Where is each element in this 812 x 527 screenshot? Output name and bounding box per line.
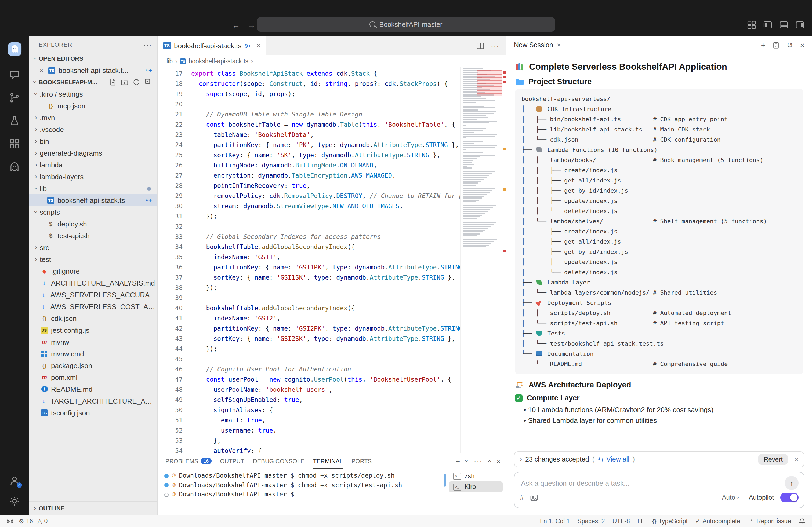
minimap[interactable] xyxy=(460,67,503,453)
code-line-46[interactable]: 46 // Cognito User Pool for Authenticati… xyxy=(158,364,461,375)
refresh-icon[interactable] xyxy=(133,78,140,86)
extensions-icon[interactable] xyxy=(9,138,20,150)
code-line-33[interactable]: 33 // Global Secondary Indexes for acces… xyxy=(158,232,461,242)
new-session-icon[interactable]: + xyxy=(761,41,765,49)
spec-flask-icon[interactable] xyxy=(9,115,20,127)
split-editor-icon[interactable] xyxy=(476,42,484,50)
code-line-18[interactable]: 18 constructor(scope: Construct, id: str… xyxy=(158,79,461,89)
terminal-scrollbar[interactable] xyxy=(444,474,446,487)
chat-session-tab[interactable]: New Session × xyxy=(514,41,561,49)
tree-item-test-api-sh[interactable]: $test-api.sh xyxy=(29,230,157,241)
close-session-icon[interactable]: × xyxy=(557,41,561,49)
terminal-process-zsh[interactable]: >_zsh xyxy=(449,471,503,481)
code-line-43[interactable]: 43 sortKey: { name: 'GSI2SK', type: dyna… xyxy=(158,334,461,344)
maximize-panel-icon[interactable]: › xyxy=(486,460,493,462)
tree-item-bin[interactable]: ›bin xyxy=(29,135,157,147)
open-editors-header[interactable]: › OPEN EDITORS xyxy=(29,52,157,64)
command-center-search[interactable]: BookshelfAPI-master xyxy=(257,17,555,32)
notifications-bell-icon[interactable] xyxy=(799,517,806,525)
code-line-23[interactable]: 23 tableName: 'BookshelfData', xyxy=(158,130,461,140)
send-icon[interactable]: ↑ xyxy=(785,476,799,490)
tree-item-package-json[interactable]: {}package.json xyxy=(29,360,157,371)
code-line-32[interactable]: 32 xyxy=(158,222,461,232)
tree-item-test[interactable]: ›test xyxy=(29,253,157,265)
code-line-38[interactable]: 38 }); xyxy=(158,283,461,293)
tree-item-lambda-layers[interactable]: ›lambda-layers xyxy=(29,171,157,182)
code-line-22[interactable]: 22 const bookshelfTable = new dynamodb.T… xyxy=(158,120,461,130)
tree-item-aws-serverless-accurate[interactable]: ↓AWS_SERVERLESS_ACCURATE_... xyxy=(29,289,157,301)
code-line-41[interactable]: 41 indexName: 'GSI2', xyxy=(158,313,461,323)
tree-item-lib[interactable]: ›lib xyxy=(29,182,157,194)
tree-item-kiro-settings[interactable]: ›.kiro / settings xyxy=(29,88,157,100)
tree-item-cdk-json[interactable]: {}cdk.json xyxy=(29,312,157,324)
code-line-44[interactable]: 44 }); xyxy=(158,344,461,354)
code-line-49[interactable]: 49 selfSignUpEnabled: true, xyxy=(158,395,461,405)
code-line-25[interactable]: 25 sortKey: { name: 'SK', type: dynamodb… xyxy=(158,150,461,161)
tree-item-src[interactable]: ›src xyxy=(29,241,157,253)
autocomplete-status[interactable]: ✓Autocomplete xyxy=(695,517,740,525)
code-line-34[interactable]: 34 bookshelfTable.addGlobalSecondaryInde… xyxy=(158,242,461,252)
code-line-26[interactable]: 26 billingMode: dynamodb.BillingMode.ON_… xyxy=(158,161,461,171)
attach-image-icon[interactable] xyxy=(530,494,538,501)
close-panel-icon[interactable]: × xyxy=(496,457,501,465)
code-line-52[interactable]: 52 username: true, xyxy=(158,425,461,436)
code-line-19[interactable]: 19 super(scope, id, props); xyxy=(158,89,461,99)
chat-icon[interactable] xyxy=(9,69,20,80)
tree-item-mvn[interactable]: ›.mvn xyxy=(29,111,157,123)
code-line-47[interactable]: 47 const userPool = new cognito.UserPool… xyxy=(158,375,461,385)
code-line-31[interactable]: 31 }); xyxy=(158,211,461,222)
code-line-39[interactable]: 39 xyxy=(158,293,461,303)
close-chat-icon[interactable]: × xyxy=(800,41,804,49)
kiro-logo-icon[interactable] xyxy=(7,42,22,56)
panel-tab-debug-console[interactable]: DEBUG CONSOLE xyxy=(253,453,305,468)
code-line-28[interactable]: 28 pointInTimeRecovery: true, xyxy=(158,181,461,191)
code-line-30[interactable]: 30 stream: dynamodb.StreamViewType.NEW_A… xyxy=(158,201,461,211)
tree-item-jest-config-js[interactable]: JSjest.config.js xyxy=(29,324,157,336)
terminal[interactable]: ☺Downloads/BookshelfAPI-master $ chmod +… xyxy=(158,468,506,515)
history-icon[interactable]: ↺ xyxy=(787,41,793,49)
tree-item-mvnw-cmd[interactable]: mvnw.cmd xyxy=(29,348,157,360)
tree-item-deploy-sh[interactable]: $deploy.sh xyxy=(29,218,157,230)
code-line-20[interactable]: 20 xyxy=(158,99,461,109)
cursor-position[interactable]: Ln 1, Col 1 xyxy=(540,518,570,524)
customize-layout-icon[interactable] xyxy=(747,20,756,30)
account-icon[interactable]: ✓ xyxy=(9,475,20,487)
code-line-29[interactable]: 29 removalPolicy: cdk.RemovalPolicy.DEST… xyxy=(158,191,461,201)
language-mode[interactable]: {}TypeScript xyxy=(652,518,688,524)
tree-item-pom-xml[interactable]: mpom.xml xyxy=(29,371,157,383)
chat-input[interactable] xyxy=(520,479,780,487)
toggle-secondary-sidebar-icon[interactable] xyxy=(795,20,804,30)
context-hash-icon[interactable]: # xyxy=(520,494,524,501)
tree-item-scripts[interactable]: ›scripts xyxy=(29,206,157,218)
tree-item-vscode[interactable]: ›.vscode xyxy=(29,123,157,135)
tree-item-generated-diagrams[interactable]: ›generated-diagrams xyxy=(29,147,157,159)
revert-button[interactable]: Revert xyxy=(758,454,788,465)
code-line-53[interactable]: 53 }, xyxy=(158,436,461,446)
code-line-24[interactable]: 24 partitionKey: { name: 'PK', type: dyn… xyxy=(158,140,461,150)
close-editor-icon[interactable]: × xyxy=(40,67,47,74)
toggle-sidebar-icon[interactable] xyxy=(763,20,772,30)
toggle-panel-icon[interactable] xyxy=(779,20,788,30)
forward-button[interactable]: → xyxy=(248,20,256,30)
code-line-17[interactable]: 17export class BookshelfApiStack extends… xyxy=(158,69,461,79)
code-line-36[interactable]: 36 partitionKey: { name: 'GSI1PK', type:… xyxy=(158,262,461,273)
code-line-35[interactable]: 35 indexName: 'GSI1', xyxy=(158,252,461,262)
tree-item-lambda[interactable]: ›lambda xyxy=(29,159,157,171)
new-folder-icon[interactable] xyxy=(121,78,128,86)
tree-item-mvnw[interactable]: mmvnw xyxy=(29,336,157,348)
tab-bookshelf-api-stack[interactable]: TS bookshelf-api-stack.ts 9+ × xyxy=(158,36,266,55)
autopilot-toggle[interactable] xyxy=(780,493,799,502)
collapse-all-icon[interactable] xyxy=(144,78,152,86)
close-tab-icon[interactable]: × xyxy=(257,42,260,49)
tree-item-gitignore[interactable]: ◆.gitignore xyxy=(29,265,157,277)
code-line-40[interactable]: 40 bookshelfTable.addGlobalSecondaryInde… xyxy=(158,303,461,313)
project-root-header[interactable]: › BOOKSHELFAPI-M... xyxy=(29,76,157,88)
outline-header[interactable]: › OUTLINE xyxy=(29,501,157,515)
panel-tab-output[interactable]: OUTPUT xyxy=(220,453,244,468)
panel-tab-problems[interactable]: PROBLEMS16 xyxy=(165,453,211,468)
ghost-agent-icon[interactable] xyxy=(9,161,20,173)
panel-more-icon[interactable]: ··· xyxy=(474,457,482,465)
remote-indicator-icon[interactable] xyxy=(6,517,13,525)
indentation[interactable]: Spaces: 2 xyxy=(577,518,605,524)
panel-tab-ports[interactable]: PORTS xyxy=(351,453,372,468)
